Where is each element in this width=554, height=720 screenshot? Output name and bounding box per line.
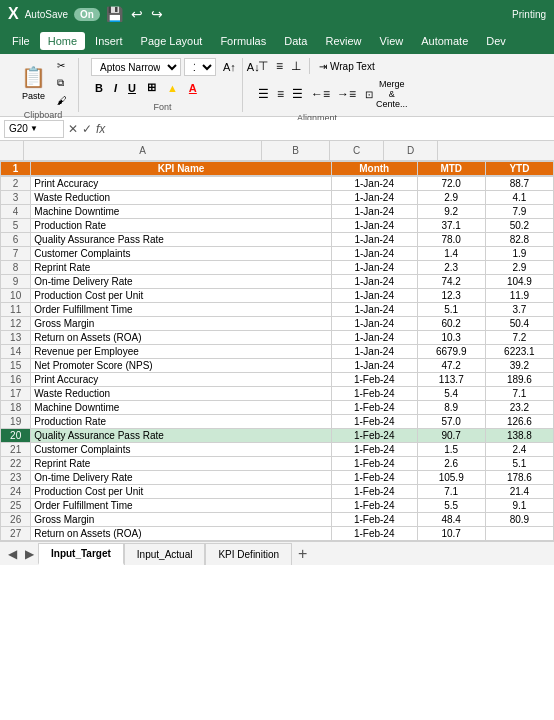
mtd-cell[interactable]: 72.0 [417,177,485,191]
add-sheet-button[interactable]: + [292,545,313,563]
month-cell[interactable]: 1-Feb-24 [331,401,417,415]
ytd-cell[interactable]: 2.4 [485,443,553,457]
col-header-c[interactable]: C [330,141,384,160]
mtd-cell[interactable]: 48.4 [417,513,485,527]
ytd-cell[interactable]: 126.6 [485,415,553,429]
ytd-cell[interactable]: 7.1 [485,387,553,401]
table-row[interactable]: 11Order Fulfillment Time1-Jan-245.13.7 [1,303,554,317]
kpi-name-cell[interactable]: Order Fulfillment Time [31,499,331,513]
table-row[interactable]: 9On-time Delivery Rate1-Jan-2474.2104.9 [1,275,554,289]
mtd-cell[interactable]: 5.5 [417,499,485,513]
save-icon[interactable]: 💾 [106,6,123,22]
table-row[interactable]: 26Gross Margin1-Feb-2448.480.9 [1,513,554,527]
month-cell[interactable]: 1-Feb-24 [331,429,417,443]
col-header-d[interactable]: D [384,141,438,160]
kpi-name-cell[interactable]: Return on Assets (ROA) [31,527,331,541]
mtd-cell[interactable]: 60.2 [417,317,485,331]
menu-home[interactable]: Home [40,32,85,50]
mtd-cell[interactable]: 9.2 [417,205,485,219]
month-cell[interactable]: 1-Feb-24 [331,415,417,429]
menu-page-layout[interactable]: Page Layout [133,32,211,50]
menu-data[interactable]: Data [276,32,315,50]
menu-file[interactable]: File [4,32,38,50]
cell-ref-dropdown-icon[interactable]: ▼ [30,124,38,133]
font-size-dropdown[interactable]: 11 [184,58,216,76]
mtd-cell[interactable]: 113.7 [417,373,485,387]
table-row[interactable]: 6Quality Assurance Pass Rate1-Jan-2478.0… [1,233,554,247]
table-row[interactable]: 18Machine Downtime1-Feb-248.923.2 [1,401,554,415]
month-cell[interactable]: 1-Feb-24 [331,387,417,401]
month-cell[interactable]: 1-Jan-24 [331,191,417,205]
sheet-tab-input-target[interactable]: Input_Target [38,543,124,565]
ytd-cell[interactable]: 138.8 [485,429,553,443]
table-row[interactable]: 15Net Promoter Score (NPS)1-Jan-2447.239… [1,359,554,373]
ytd-cell[interactable] [485,527,553,541]
mtd-cell[interactable]: 10.3 [417,331,485,345]
ytd-cell[interactable]: 23.2 [485,401,553,415]
table-row[interactable]: 21Customer Complaints1-Feb-241.52.4 [1,443,554,457]
italic-button[interactable]: I [110,80,121,96]
fill-color-button[interactable]: ▲ [163,80,182,96]
month-cell[interactable]: 1-Jan-24 [331,303,417,317]
mtd-cell[interactable]: 90.7 [417,429,485,443]
mtd-cell[interactable]: 8.9 [417,401,485,415]
mtd-cell[interactable]: 6679.9 [417,345,485,359]
month-cell[interactable]: 1-Jan-24 [331,345,417,359]
month-cell[interactable]: 1-Jan-24 [331,331,417,345]
align-middle-button[interactable]: ≡ [273,58,286,74]
kpi-name-cell[interactable]: Quality Assurance Pass Rate [31,429,331,443]
month-cell[interactable]: 1-Jan-24 [331,233,417,247]
month-cell[interactable]: 1-Jan-24 [331,219,417,233]
table-row[interactable]: 13Return on Assets (ROA)1-Jan-2410.37.2 [1,331,554,345]
kpi-name-cell[interactable]: Order Fulfillment Time [31,303,331,317]
table-row[interactable]: 16Print Accuracy1-Feb-24113.7189.6 [1,373,554,387]
bold-button[interactable]: B [91,80,107,96]
merge-center-button[interactable]: ⊡ Merge & Cente... [361,77,412,111]
font-grow-button[interactable]: A↑ [219,59,240,75]
table-row[interactable]: 10Production Cost per Unit1-Jan-2412.311… [1,289,554,303]
table-row[interactable]: 25Order Fulfillment Time1-Feb-245.59.1 [1,499,554,513]
month-cell[interactable]: 1-Jan-24 [331,289,417,303]
kpi-name-cell[interactable]: Waste Reduction [31,191,331,205]
ytd-cell[interactable]: 39.2 [485,359,553,373]
ytd-cell[interactable]: 88.7 [485,177,553,191]
ytd-cell[interactable]: 2.9 [485,261,553,275]
table-row[interactable]: 20Quality Assurance Pass Rate1-Feb-2490.… [1,429,554,443]
month-cell[interactable]: 1-Feb-24 [331,527,417,541]
align-center-button[interactable]: ≡ [274,86,287,102]
cell-reference-box[interactable]: G20 ▼ [4,120,64,138]
align-left-button[interactable]: ☰ [255,86,272,102]
ytd-cell[interactable]: 189.6 [485,373,553,387]
kpi-name-cell[interactable]: Waste Reduction [31,387,331,401]
mtd-cell[interactable]: 5.4 [417,387,485,401]
font-name-dropdown[interactable]: Aptos Narrow [91,58,181,76]
formula-confirm-icon[interactable]: ✓ [82,122,92,136]
table-row[interactable]: 27Return on Assets (ROA)1-Feb-2410.7 [1,527,554,541]
ytd-cell[interactable]: 7.2 [485,331,553,345]
ytd-cell[interactable]: 80.9 [485,513,553,527]
table-row[interactable]: 19Production Rate1-Feb-2457.0126.6 [1,415,554,429]
menu-dev[interactable]: Dev [478,32,514,50]
col-header-a[interactable]: A [24,141,262,160]
ytd-cell[interactable]: 7.9 [485,205,553,219]
paste-button[interactable]: 📋 Paste [16,62,51,104]
kpi-name-cell[interactable]: Quality Assurance Pass Rate [31,233,331,247]
copy-button[interactable]: ⧉ [54,75,70,91]
mtd-cell[interactable]: 12.3 [417,289,485,303]
align-right-button[interactable]: ☰ [289,86,306,102]
kpi-name-cell[interactable]: Print Accuracy [31,373,331,387]
table-row[interactable]: 7Customer Complaints1-Jan-241.41.9 [1,247,554,261]
month-cell[interactable]: 1-Feb-24 [331,499,417,513]
table-row[interactable]: 8Reprint Rate1-Jan-242.32.9 [1,261,554,275]
mtd-cell[interactable]: 1.4 [417,247,485,261]
month-cell[interactable]: 1-Feb-24 [331,457,417,471]
cut-button[interactable]: ✂ [54,58,70,73]
col-header-b[interactable]: B [262,141,330,160]
decrease-indent-button[interactable]: ←≡ [308,86,333,102]
kpi-name-cell[interactable]: Production Rate [31,219,331,233]
ytd-cell[interactable]: 50.2 [485,219,553,233]
align-bottom-button[interactable]: ⊥ [288,58,304,74]
kpi-name-cell[interactable]: Machine Downtime [31,205,331,219]
kpi-name-cell[interactable]: On-time Delivery Rate [31,471,331,485]
ytd-cell[interactable]: 4.1 [485,191,553,205]
